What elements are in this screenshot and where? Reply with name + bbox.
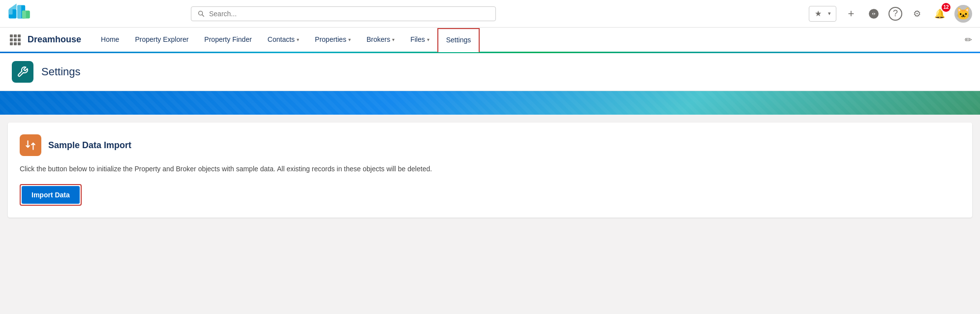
search-input[interactable] [209, 10, 490, 18]
nav-item-settings[interactable]: Settings [437, 28, 480, 52]
nav-label-brokers: Brokers [367, 35, 390, 43]
nav-item-files[interactable]: Files ▾ [402, 28, 437, 52]
nav-label-home: Home [101, 35, 119, 43]
help-button[interactable]: ? [888, 7, 902, 21]
svg-marker-2 [9, 3, 17, 9]
nav-bar: Dreamhouse Home Property Explorer Proper… [0, 28, 980, 53]
card-title: Sample Data Import [48, 140, 131, 151]
nav-item-home[interactable]: Home [93, 28, 127, 52]
decorative-banner [0, 91, 980, 115]
search-container [191, 6, 496, 21]
app-name: Dreamhouse [28, 34, 81, 45]
top-bar: ★ ▾ + ? ⚙ 🔔 12 🐱 [0, 0, 980, 28]
import-button-highlight: Import Data [20, 184, 82, 206]
svg-line-8 [202, 14, 204, 16]
chevron-down-icon: ▾ [427, 37, 429, 42]
settings-page-icon [12, 61, 33, 83]
nav-items: Home Property Explorer Property Finder C… [93, 28, 480, 52]
setup-gear-icon[interactable]: ⚙ [909, 6, 925, 22]
page-title: Settings [41, 65, 81, 78]
edit-nav-icon[interactable]: ✏ [965, 34, 972, 45]
nav-item-property-explorer[interactable]: Property Explorer [127, 28, 196, 52]
nav-label-property-explorer: Property Explorer [135, 35, 188, 43]
card-description: Click the button below to initialize the… [20, 164, 960, 174]
nav-item-brokers[interactable]: Brokers ▾ [359, 28, 402, 52]
nav-label-contacts: Contacts [268, 35, 295, 43]
nav-label-settings: Settings [446, 36, 471, 44]
card-header: Sample Data Import [20, 134, 960, 156]
nav-item-property-finder[interactable]: Property Finder [196, 28, 259, 52]
salesforce-switcher-icon[interactable] [866, 6, 882, 22]
data-import-icon [20, 134, 41, 156]
main-content: Sample Data Import Click the button belo… [0, 115, 980, 225]
app-logo[interactable] [8, 2, 31, 26]
top-bar-actions: ★ ▾ + ? ⚙ 🔔 12 🐱 [809, 5, 972, 23]
import-data-button[interactable]: Import Data [22, 186, 80, 204]
notifications-button[interactable]: 🔔 12 [932, 6, 948, 22]
nav-label-files: Files [410, 35, 425, 43]
add-button[interactable]: + [843, 6, 859, 22]
chevron-down-icon: ▾ [297, 37, 299, 42]
nav-label-properties: Properties [315, 35, 346, 43]
star-icon: ★ [815, 9, 822, 18]
chevron-down-icon: ▾ [828, 10, 831, 17]
chevron-down-icon: ▾ [392, 37, 395, 42]
page-header: Settings [0, 53, 980, 115]
page-header-inner: Settings [0, 53, 980, 91]
nav-item-properties[interactable]: Properties ▾ [307, 28, 359, 52]
search-box [191, 6, 496, 21]
nav-item-contacts[interactable]: Contacts ▾ [260, 28, 307, 52]
svg-rect-6 [22, 10, 26, 18]
search-icon [197, 10, 205, 18]
notification-badge: 12 [942, 3, 950, 12]
app-launcher-button[interactable] [8, 32, 23, 47]
svg-rect-4 [17, 5, 21, 18]
user-avatar[interactable]: 🐱 [954, 5, 972, 23]
svg-rect-3 [9, 9, 13, 14]
sample-data-import-card: Sample Data Import Click the button belo… [8, 123, 972, 218]
nav-label-property-finder: Property Finder [204, 35, 251, 43]
favorites-button[interactable]: ★ ▾ [809, 6, 836, 22]
chevron-down-icon: ▾ [348, 37, 351, 42]
